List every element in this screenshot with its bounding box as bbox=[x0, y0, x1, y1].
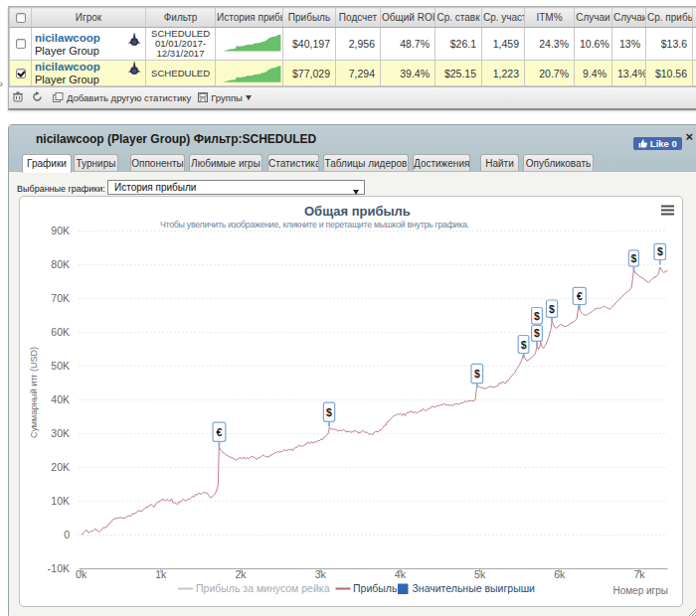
svg-text:1k: 1k bbox=[155, 568, 167, 580]
svg-text:50K: 50K bbox=[51, 360, 70, 372]
svg-text:€: € bbox=[577, 290, 583, 302]
svg-text:$: $ bbox=[521, 339, 527, 351]
svg-text:Номер игры: Номер игры bbox=[612, 585, 668, 596]
svg-text:Чтобы увеличить изображение, к: Чтобы увеличить изображение, кликните и … bbox=[160, 220, 469, 230]
svg-text:4k: 4k bbox=[395, 568, 407, 580]
svg-text:$: $ bbox=[549, 303, 555, 315]
svg-text:5k: 5k bbox=[474, 568, 486, 580]
svg-text:€: € bbox=[216, 426, 222, 438]
svg-text:$: $ bbox=[657, 245, 663, 257]
svg-text:Значительные выигрыши: Значительные выигрыши bbox=[413, 582, 536, 594]
svg-text:40K: 40K bbox=[51, 393, 70, 405]
svg-text:2k: 2k bbox=[235, 568, 247, 580]
svg-text:3k: 3k bbox=[315, 568, 327, 580]
svg-text:60K: 60K bbox=[51, 326, 70, 338]
svg-text:0: 0 bbox=[64, 529, 70, 540]
svg-text:Общая прибыль: Общая прибыль bbox=[304, 204, 411, 219]
svg-text:6k: 6k bbox=[554, 568, 566, 580]
svg-text:30K: 30K bbox=[51, 427, 70, 439]
svg-text:10K: 10K bbox=[51, 495, 70, 507]
svg-text:$: $ bbox=[474, 368, 480, 380]
svg-text:$: $ bbox=[326, 406, 332, 418]
svg-text:Прибыль: Прибыль bbox=[353, 582, 398, 594]
svg-text:7k: 7k bbox=[633, 568, 645, 580]
svg-text:70K: 70K bbox=[51, 292, 70, 304]
svg-text:-10K: -10K bbox=[48, 562, 70, 574]
svg-text:0k: 0k bbox=[76, 568, 87, 580]
svg-text:20K: 20K bbox=[51, 461, 70, 473]
svg-text:Прибыль за минусом рейка: Прибыль за минусом рейка bbox=[196, 582, 330, 594]
svg-text:80K: 80K bbox=[51, 258, 70, 270]
svg-text:$: $ bbox=[534, 327, 540, 339]
svg-text:$: $ bbox=[630, 252, 636, 264]
svg-text:$: $ bbox=[534, 310, 540, 322]
svg-text:90K: 90K bbox=[51, 225, 70, 236]
svg-text:Суммарный итг (USD): Суммарный итг (USD) bbox=[29, 347, 39, 438]
